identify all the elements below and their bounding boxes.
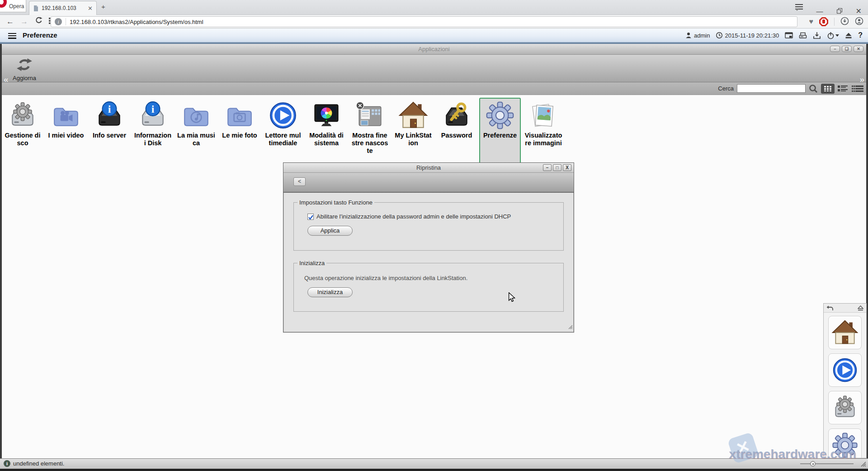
clock-icon bbox=[716, 32, 723, 39]
opera-menu-label: Opera bbox=[9, 3, 24, 10]
nas-device-icon[interactable] bbox=[799, 32, 807, 39]
window-restore-button[interactable] bbox=[837, 8, 842, 14]
tab-close-icon[interactable]: ✕ bbox=[88, 5, 93, 12]
app-disk-info[interactable]: iInformazion i Disk bbox=[132, 98, 174, 166]
gear-icon bbox=[485, 100, 515, 130]
back-button[interactable]: ← bbox=[6, 17, 14, 26]
watermark-text: xtremehardware.com bbox=[729, 447, 856, 461]
image-viewer-icon bbox=[528, 100, 558, 130]
dialog-body: Impostazioni tasto Funzione Abilitare l'… bbox=[283, 193, 574, 332]
zoom-slider-knob[interactable] bbox=[810, 461, 816, 466]
disk-gear-icon bbox=[8, 100, 38, 130]
app-gear[interactable]: Preferenze bbox=[479, 98, 521, 166]
dock-media-player[interactable] bbox=[828, 353, 862, 387]
disk-info-icon: i bbox=[138, 100, 168, 130]
applications-title: Applicazioni bbox=[2, 44, 866, 55]
power-menu-icon[interactable] bbox=[827, 32, 839, 39]
app-disk-gear[interactable]: Gestione di sco bbox=[2, 98, 43, 166]
profile-icon[interactable] bbox=[855, 17, 863, 27]
dhcp-init-checkbox[interactable] bbox=[307, 214, 314, 220]
status-info-icon: i bbox=[4, 460, 10, 467]
app-label: Mostra fine stre nascos te bbox=[350, 132, 390, 155]
dialog-back-button[interactable]: < bbox=[293, 177, 306, 186]
nas-toolbar: Preferenze admin 2015-11-19 20:21:30 ? bbox=[0, 29, 868, 42]
initialize-fieldset: Inizializza Questa operazione inizializz… bbox=[293, 260, 564, 312]
app-folder-photo[interactable]: Le mie foto bbox=[219, 98, 260, 166]
app-folder-music[interactable]: La mia musi ca bbox=[175, 98, 217, 166]
app-label: Gestione di sco bbox=[3, 132, 42, 147]
bookmark-heart-icon[interactable]: ♥ bbox=[809, 18, 814, 26]
dock-my-linkstation[interactable] bbox=[828, 316, 862, 349]
downloads-icon[interactable] bbox=[840, 17, 849, 27]
app-label: La mia musi ca bbox=[176, 132, 216, 147]
new-tab-button[interactable]: + bbox=[101, 3, 105, 10]
nas-menu-icon[interactable] bbox=[8, 32, 16, 40]
page-icon bbox=[33, 5, 39, 12]
dialog-title: Ripristina bbox=[283, 163, 574, 172]
opera-menu-button[interactable]: Opera bbox=[0, 0, 26, 12]
adblock-icon[interactable] bbox=[819, 17, 828, 26]
app-minimize-button[interactable]: – bbox=[830, 46, 840, 52]
app-grid: Gestione di scoI miei videoiInfo serveri… bbox=[2, 95, 866, 166]
remote-window-icon[interactable] bbox=[785, 32, 793, 39]
dock-tiles bbox=[824, 313, 866, 458]
refresh-button[interactable]: Aggiorna bbox=[13, 57, 36, 81]
initialize-button[interactable]: Inizializza bbox=[307, 287, 353, 297]
url-field[interactable]: i 192.168.0.103/rtknas2/Applications/Sys… bbox=[51, 16, 797, 27]
dock-back-icon[interactable] bbox=[826, 305, 833, 313]
window-resize-grip[interactable] bbox=[859, 460, 866, 469]
app-maximize-button[interactable]: ❏ bbox=[842, 46, 852, 52]
dock-disk-manager[interactable] bbox=[828, 391, 862, 424]
ripristina-dialog: Ripristina – □ X < Impostazioni tasto Fu… bbox=[283, 162, 574, 333]
dock-header bbox=[824, 304, 866, 313]
app-close-button[interactable]: ✕ bbox=[854, 46, 863, 52]
browser-tab[interactable]: 192.168.0.103 ✕ bbox=[29, 1, 97, 15]
window-bottom-edge bbox=[0, 469, 868, 471]
help-icon[interactable]: ? bbox=[858, 31, 863, 39]
search-input[interactable] bbox=[737, 84, 806, 93]
app-media-player[interactable]: Lettore mul timediale bbox=[262, 98, 304, 166]
window-close-button[interactable]: ✕ bbox=[856, 7, 862, 15]
download-tray-icon[interactable] bbox=[813, 32, 821, 39]
browser-address-bar: ← → i 192.168.0.103/rtknas2/Applications… bbox=[0, 15, 868, 29]
zoom-slider[interactable] bbox=[800, 463, 854, 464]
apply-button[interactable]: Applica bbox=[307, 226, 353, 236]
site-info-icon[interactable]: i bbox=[55, 18, 62, 25]
applications-titlebar[interactable]: Applicazioni – ❏ ✕ bbox=[2, 44, 866, 55]
dialog-minimize-button[interactable]: – bbox=[543, 164, 552, 171]
dialog-close-button[interactable]: X bbox=[563, 164, 571, 171]
app-image-viewer[interactable]: Visualizzato re immagini bbox=[523, 98, 564, 166]
app-label: Modalità di sistema bbox=[307, 132, 346, 147]
refresh-label: Aggiorna bbox=[13, 75, 36, 81]
app-folder-video[interactable]: I miei video bbox=[45, 98, 87, 166]
window-minimize-button[interactable]: — bbox=[816, 7, 823, 15]
app-label: Password bbox=[437, 132, 476, 139]
app-password-key[interactable]: Password bbox=[436, 98, 477, 166]
mouse-cursor bbox=[508, 292, 517, 304]
dock-panel bbox=[823, 303, 867, 458]
dialog-maximize-button[interactable]: □ bbox=[553, 164, 561, 171]
app-home[interactable]: My LinkStat ion bbox=[392, 98, 434, 166]
grid-view-button[interactable] bbox=[821, 84, 835, 94]
app-server-info[interactable]: iInfo server bbox=[89, 98, 130, 166]
dialog-resize-grip[interactable] bbox=[567, 323, 573, 331]
detail-view-button[interactable] bbox=[852, 86, 863, 92]
app-label: My LinkStat ion bbox=[393, 132, 433, 147]
applications-toolbar: « Aggiorna » bbox=[2, 55, 866, 82]
search-icon[interactable] bbox=[809, 84, 818, 93]
app-system-mode[interactable]: Modalità di sistema bbox=[306, 98, 347, 166]
list-view-button[interactable] bbox=[838, 85, 849, 92]
media-player-icon bbox=[268, 100, 298, 130]
dialog-titlebar[interactable]: Ripristina – □ X bbox=[283, 163, 574, 173]
logged-user[interactable]: admin bbox=[685, 32, 710, 39]
app-hidden-windows[interactable]: Mostra fine stre nascos te bbox=[349, 98, 391, 166]
system-mode-icon bbox=[311, 100, 341, 130]
app-label: Info server bbox=[90, 132, 129, 139]
reload-icon[interactable] bbox=[35, 17, 42, 26]
folder-photo-icon bbox=[225, 100, 255, 130]
svg-text:i: i bbox=[151, 103, 155, 115]
hidden-windows-icon bbox=[355, 100, 385, 130]
eject-icon[interactable] bbox=[845, 32, 852, 39]
dock-pin-icon[interactable] bbox=[858, 305, 863, 313]
app-label: Preferenze bbox=[480, 132, 520, 139]
